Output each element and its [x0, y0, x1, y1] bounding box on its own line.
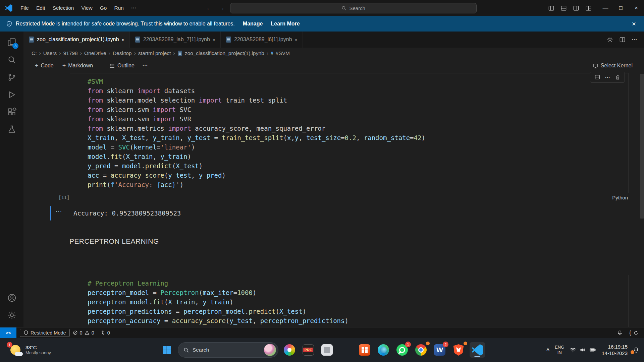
- sync-arc-icon: [634, 330, 638, 335]
- toolbar-more-icon[interactable]: ···: [140, 63, 151, 69]
- breadcrumb-item[interactable]: zoo_classification_project(1).ipynb: [185, 50, 264, 56]
- breadcrumb-item[interactable]: 91798: [63, 50, 78, 56]
- breadcrumb-item[interactable]: Users: [43, 50, 57, 56]
- edge-icon: [378, 344, 389, 356]
- cell-more-icon[interactable]: ···: [605, 74, 610, 80]
- remote-indicator[interactable]: ><: [0, 327, 16, 338]
- manage-link[interactable]: Manage: [243, 21, 263, 27]
- cell-editor[interactable]: #SVMfrom sklearn import datasetsfrom skl…: [70, 73, 629, 193]
- menu-go[interactable]: Go: [96, 3, 111, 13]
- modified-dot-icon[interactable]: ●: [213, 38, 215, 42]
- ports-status[interactable]: 0: [97, 327, 113, 338]
- command-center-search[interactable]: Search: [230, 3, 477, 13]
- notebook-toolbar: + Code + Markdown Outline ···: [23, 59, 644, 72]
- taskbar-app-photos[interactable]: [282, 342, 297, 358]
- breadcrumb-item[interactable]: Desktop: [113, 50, 132, 56]
- tab-2[interactable]: 2203A52089_l6[1].ipynb●: [221, 32, 303, 48]
- restore-button[interactable]: □: [613, 0, 629, 16]
- taskbar-app-word[interactable]: W2: [432, 342, 447, 358]
- menu-file[interactable]: File: [17, 3, 33, 13]
- select-kernel-button[interactable]: Select Kernel: [589, 61, 636, 70]
- split-editor-icon[interactable]: [619, 37, 626, 43]
- scrollbar-thumb[interactable]: [640, 74, 644, 219]
- add-code-cell-button[interactable]: + Code: [32, 61, 57, 71]
- markdown-cell[interactable]: PERCEPTRON LEARNING: [23, 237, 639, 245]
- taskbar-app-edge[interactable]: [376, 342, 391, 358]
- outline-button[interactable]: Outline: [106, 61, 138, 70]
- restricted-mode-status[interactable]: Restricted Mode: [20, 329, 70, 337]
- menu-selection[interactable]: Selection: [49, 3, 78, 13]
- taskbar-app-notepad[interactable]: [319, 342, 335, 358]
- title-bar-left: FileEditSelectionViewGoRun···: [0, 3, 140, 13]
- learn-more-link[interactable]: Learn More: [271, 21, 300, 27]
- toggle-sidebar-icon[interactable]: [548, 5, 554, 11]
- warnings-icon: [85, 330, 90, 335]
- toggle-panel-icon[interactable]: [560, 5, 567, 11]
- app-badge-dot: [464, 342, 467, 345]
- explorer-icon[interactable]: 3: [4, 34, 20, 50]
- taskbar-app-office[interactable]: [357, 342, 372, 358]
- windows-taskbar: 1 33°C Mostly sunny Search PRE1W: [0, 338, 644, 362]
- code-line: perceptron_model.fit(X_train, y_train): [88, 297, 626, 307]
- tray-status-icons[interactable]: [570, 347, 596, 353]
- split-cell-icon[interactable]: [594, 74, 600, 80]
- close-button[interactable]: ×: [629, 0, 644, 16]
- problems-status[interactable]: 0 0: [70, 327, 97, 338]
- delete-cell-icon[interactable]: [615, 74, 621, 80]
- menu-more-icon[interactable]: ···: [127, 3, 140, 13]
- extensions-icon[interactable]: [4, 104, 20, 120]
- code-line: perceptron_accuracy = accuracy_score(y_t…: [88, 316, 626, 325]
- code-line: from sklearn import datasets: [88, 86, 626, 96]
- tray-expand-icon[interactable]: ^: [546, 347, 549, 353]
- cell-language-label[interactable]: Python: [612, 195, 628, 200]
- menu-run[interactable]: Run: [110, 3, 127, 13]
- run-debug-icon[interactable]: [4, 86, 20, 103]
- taskbar-app-brave[interactable]: [451, 342, 466, 358]
- menu-view[interactable]: View: [77, 3, 96, 13]
- breadcrumb-item[interactable]: C:: [32, 50, 37, 56]
- breadcrumb-item[interactable]: #SVM: [276, 50, 290, 56]
- customize-layout-icon[interactable]: [585, 5, 592, 11]
- notification-bell-icon[interactable]: [633, 347, 639, 353]
- source-control-icon[interactable]: [4, 69, 20, 85]
- language-indicator[interactable]: ENG IN: [555, 345, 564, 356]
- output-collapse-icon[interactable]: ···: [56, 208, 62, 215]
- menu-edit[interactable]: Edit: [33, 3, 49, 13]
- notebook-settings-gear-icon[interactable]: [607, 37, 613, 43]
- main-area: 3: [0, 32, 644, 327]
- braces-sync-icon[interactable]: {: [626, 330, 641, 336]
- tab-1[interactable]: 2203A52089_lab_7[1].ipynb●: [130, 32, 221, 48]
- banner-close-icon[interactable]: ×: [630, 20, 638, 28]
- taskbar-search[interactable]: Search: [178, 342, 278, 358]
- weather-widget[interactable]: 1 33°C Mostly sunny: [0, 343, 51, 357]
- cell-editor[interactable]: # Perceptron Learningperceptron_model = …: [70, 275, 629, 327]
- taskbar-app-vscode[interactable]: [470, 342, 485, 358]
- clock[interactable]: 16:19:15 14-10-2023: [602, 344, 628, 357]
- system-tray: ^ ENG IN 16:19:15 14-10-2023: [546, 344, 644, 357]
- start-button[interactable]: [159, 342, 174, 358]
- settings-gear-icon[interactable]: [4, 307, 20, 323]
- toggle-secondary-sidebar-icon[interactable]: [573, 5, 579, 11]
- breadcrumb-item[interactable]: startml project: [138, 50, 171, 56]
- modified-dot-icon[interactable]: ●: [295, 38, 297, 42]
- breadcrumb-item[interactable]: OneDrive: [84, 50, 106, 56]
- chrome-icon: [415, 344, 427, 356]
- menu-bar: FileEditSelectionViewGoRun···: [17, 3, 140, 13]
- taskbar-app-premiere[interactable]: PRE: [301, 342, 316, 358]
- add-markdown-cell-button[interactable]: + Markdown: [59, 61, 96, 71]
- taskbar-app-file-explorer[interactable]: [338, 342, 354, 358]
- testing-icon[interactable]: [4, 121, 20, 137]
- account-icon[interactable]: [4, 290, 20, 306]
- back-icon[interactable]: ←: [205, 4, 213, 12]
- taskbar-app-whatsapp[interactable]: 1: [394, 342, 410, 358]
- tab-bar-actions: ···: [600, 32, 644, 48]
- minimize-button[interactable]: —: [598, 0, 613, 16]
- forward-icon[interactable]: →: [218, 4, 225, 12]
- more-actions-icon[interactable]: ···: [632, 36, 637, 43]
- taskbar-app-chrome[interactable]: [413, 342, 429, 358]
- tab-0[interactable]: zoo_classification_project(1).ipynb●: [23, 32, 130, 48]
- notifications-bell-icon[interactable]: [614, 330, 626, 336]
- search-icon: [183, 347, 189, 353]
- search-view-icon[interactable]: [4, 52, 20, 68]
- modified-dot-icon[interactable]: ●: [122, 38, 124, 42]
